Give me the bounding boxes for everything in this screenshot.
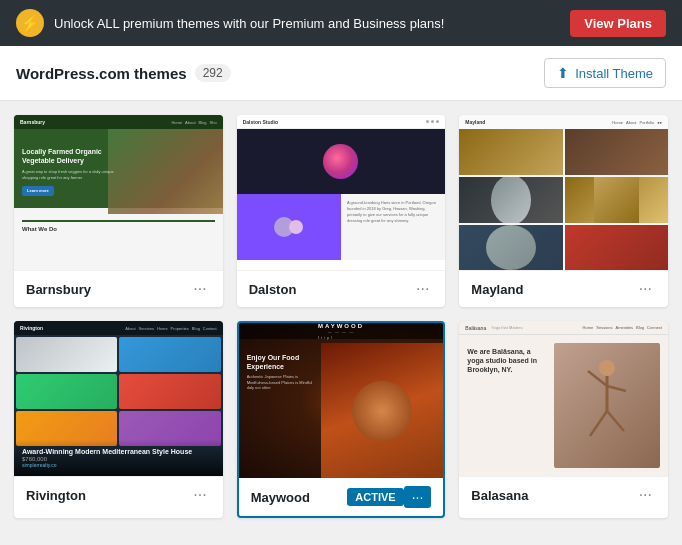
theme-card-maywood[interactable]: MAYWOOD — — — — ftipl Enjoy Our Food Exp… (237, 321, 446, 518)
balasana-hero: We are Balāsana, a yoga studio based in … (459, 335, 668, 476)
barnsbury-name: Barnsbury (26, 282, 91, 297)
themes-grid: Barnsbury Home About Blog Sho Locally Fa… (0, 101, 682, 532)
dalston-footer: Dalston ··· (237, 270, 446, 307)
rivington-nav: Rivington About Services Home Properties… (14, 321, 223, 335)
themes-title-group: WordPress.com themes 292 (16, 64, 231, 82)
maywood-more-button[interactable]: ··· (404, 486, 432, 508)
bolt-icon: ⚡ (16, 9, 44, 37)
svg-point-0 (599, 360, 615, 376)
theme-card-mayland[interactable]: Mayland Home About Portfolio ●● (459, 115, 668, 307)
theme-preview-rivington: Rivington About Services Home Properties… (14, 321, 223, 476)
dalston-bottom: A ground-breaking Hans store in Portland… (237, 194, 446, 260)
balasana-more-button[interactable]: ··· (635, 485, 656, 505)
theme-card-barnsbury[interactable]: Barnsbury Home About Blog Sho Locally Fa… (14, 115, 223, 307)
dalston-name: Dalston (249, 282, 297, 297)
mayland-name: Mayland (471, 282, 523, 297)
view-plans-button[interactable]: View Plans (570, 10, 666, 37)
theme-preview-balasana: Balāsana Yoga that Matters Home Sessions… (459, 321, 668, 476)
rivington-footer: Rivington ··· (14, 476, 223, 513)
maywood-name: Maywood (251, 490, 310, 505)
mayland-footer: Mayland ··· (459, 270, 668, 307)
rivington-more-button[interactable]: ··· (189, 485, 210, 505)
upload-icon: ⬆ (557, 65, 569, 81)
theme-preview-mayland: Mayland Home About Portfolio ●● (459, 115, 668, 270)
promo-banner: ⚡ Unlock ALL premium themes with our Pre… (0, 0, 682, 46)
theme-card-dalston[interactable]: Dalston Studio (237, 115, 446, 307)
dalston-nav: Dalston Studio (237, 115, 446, 129)
banner-left: ⚡ Unlock ALL premium themes with our Pre… (16, 9, 444, 37)
theme-count-badge: 292 (195, 64, 231, 82)
barnsbury-bottom: What We Do (14, 214, 223, 270)
dalston-hero (237, 129, 446, 194)
barnsbury-more-button[interactable]: ··· (189, 279, 210, 299)
theme-preview-barnsbury: Barnsbury Home About Blog Sho Locally Fa… (14, 115, 223, 270)
install-theme-button[interactable]: ⬆ Install Theme (544, 58, 666, 88)
banner-text: Unlock ALL premium themes with our Premi… (54, 16, 444, 31)
svg-line-4 (590, 411, 607, 436)
themes-header: WordPress.com themes 292 ⬆ Install Theme (0, 46, 682, 101)
rivington-name: Rivington (26, 488, 86, 503)
svg-line-5 (607, 411, 624, 431)
barnsbury-footer: Barnsbury ··· (14, 270, 223, 307)
maywood-nav: MAYWOOD — — — — ftipl (239, 323, 444, 339)
rivington-overlay: Award-Winning Modern Mediterranean Style… (14, 440, 223, 476)
mayland-nav: Mayland Home About Portfolio ●● (459, 115, 668, 129)
rivington-grid (14, 335, 223, 420)
active-badge: ACTIVE (347, 488, 403, 506)
dalston-more-button[interactable]: ··· (412, 279, 433, 299)
maywood-footer: Maywood ACTIVE ··· (239, 478, 444, 516)
maywood-hero-content: Enjoy Our Food Experience Authentic Japa… (247, 353, 390, 391)
balasana-footer: Balasana ··· (459, 476, 668, 513)
svg-line-3 (607, 386, 626, 391)
barnsbury-hero-text: Locally Farmed Organic Vegetable Deliver… (22, 137, 118, 196)
theme-card-balasana[interactable]: Balāsana Yoga that Matters Home Sessions… (459, 321, 668, 518)
balasana-name: Balasana (471, 488, 528, 503)
theme-card-rivington[interactable]: Rivington About Services Home Properties… (14, 321, 223, 518)
theme-preview-dalston: Dalston Studio (237, 115, 446, 270)
themes-page-title: WordPress.com themes (16, 65, 187, 82)
theme-preview-maywood: MAYWOOD — — — — ftipl Enjoy Our Food Exp… (239, 323, 444, 478)
mayland-more-button[interactable]: ··· (635, 279, 656, 299)
barnsbury-nav: Barnsbury Home About Blog Sho (14, 115, 223, 129)
balasana-nav: Balāsana Yoga that Matters Home Sessions… (459, 321, 668, 335)
